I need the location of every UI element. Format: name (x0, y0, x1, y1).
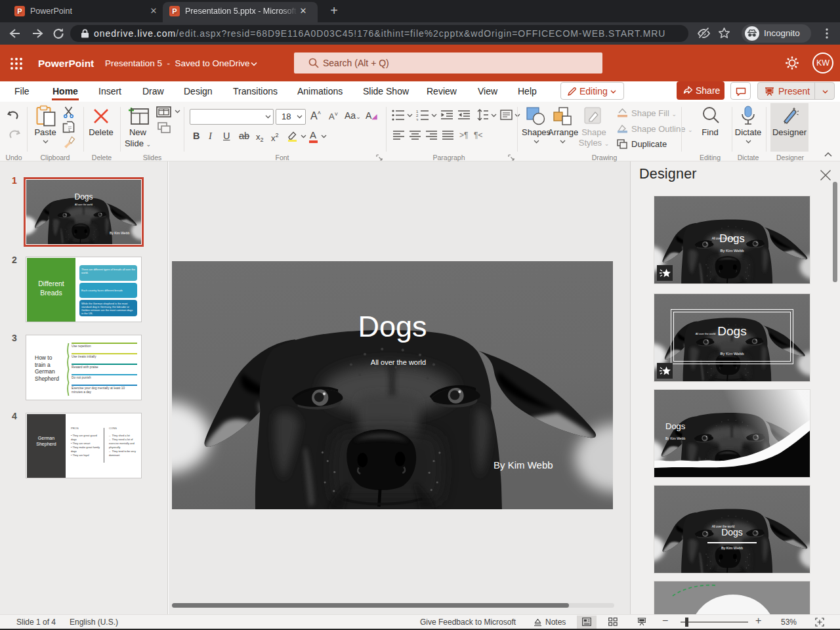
svg-text:1: 1 (416, 110, 419, 114)
svg-text:3: 3 (416, 118, 419, 121)
svg-text:2: 2 (416, 114, 419, 117)
